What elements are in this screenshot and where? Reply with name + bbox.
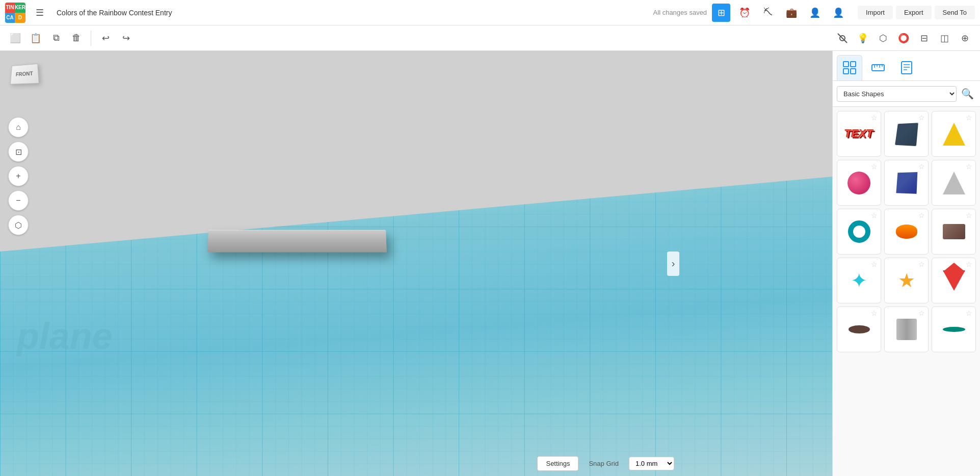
fit-view-button[interactable]: ⊡ xyxy=(8,142,29,162)
3d-view-button[interactable]: ⬡ xyxy=(8,215,29,235)
svg-rect-5 xyxy=(851,62,856,67)
logo-ker: KER xyxy=(15,3,25,13)
shape-category-select[interactable]: Basic Shapes Letters Math Animals Featur… xyxy=(837,86,957,102)
3d-viewport[interactable]: FRONT plane xyxy=(0,51,832,476)
shape-cone[interactable]: ☆ xyxy=(932,160,976,206)
star-text3d[interactable]: ☆ xyxy=(871,114,878,122)
view-controls: ⌂ ⊡ + − ⬡ xyxy=(5,112,32,240)
shape-box-brown[interactable]: ☆ xyxy=(932,209,976,255)
zoom-in-button[interactable]: + xyxy=(8,166,29,186)
home-view-button[interactable]: ⌂ xyxy=(8,117,29,137)
shape-button[interactable]: ⬡ xyxy=(874,29,892,47)
list-view-button[interactable]: ☰ xyxy=(31,4,49,22)
shapes-grid: ☆ TEXT ☆ ☆ xyxy=(833,107,980,476)
workplane-surface xyxy=(0,102,832,476)
shape-preview-star-gold: ★ xyxy=(891,265,922,296)
timer-button[interactable]: ⏰ xyxy=(735,4,754,22)
add-person-button[interactable]: 👤 xyxy=(806,4,824,22)
star-torus-brown[interactable]: ☆ xyxy=(871,309,878,317)
grid-view-button[interactable]: ⊞ xyxy=(712,4,730,22)
undo-button[interactable]: ↩ xyxy=(96,29,115,47)
star-star-gold[interactable]: ☆ xyxy=(918,260,925,268)
star-star-teal[interactable]: ☆ xyxy=(871,260,878,268)
profile-button[interactable]: 👤 xyxy=(829,4,847,22)
tab-notes[interactable] xyxy=(894,55,919,80)
new-workplane-button[interactable]: ⬜ xyxy=(6,29,24,47)
view-cube[interactable]: FRONT xyxy=(10,56,48,97)
shape-preview-torus xyxy=(844,216,875,247)
shape-sphere[interactable]: ☆ xyxy=(837,160,881,206)
shape-cylinder-orange[interactable]: ☆ xyxy=(884,209,929,255)
align-button[interactable]: ⊟ xyxy=(915,29,933,47)
tab-shapes[interactable] xyxy=(837,55,862,80)
logo-ca: CA xyxy=(5,13,15,23)
svg-line-1 xyxy=(838,34,847,43)
delete-button[interactable]: 🗑 xyxy=(67,29,86,47)
front-face: FRONT xyxy=(10,64,39,85)
snap-grid-select[interactable]: 1.0 mm 0.1 mm 0.5 mm 2.0 mm 5.0 mm 10.0 … xyxy=(629,457,674,470)
star-cone[interactable]: ☆ xyxy=(966,162,972,171)
suitcase-button[interactable]: 💼 xyxy=(782,4,801,22)
sendto-button[interactable]: Send To xyxy=(935,6,975,19)
logo-tin: TIN xyxy=(5,3,15,13)
star-cube-blue[interactable]: ☆ xyxy=(918,162,925,171)
shape-preview-star-teal: ✦ xyxy=(844,265,875,296)
export-button[interactable]: Export xyxy=(896,6,932,19)
home-icon: ⌂ xyxy=(16,123,21,132)
star-box-dark[interactable]: ☆ xyxy=(918,114,925,122)
measure-button[interactable]: ⊕ xyxy=(956,29,974,47)
copy-button[interactable]: 📋 xyxy=(27,29,45,47)
mirror-button[interactable]: ◫ xyxy=(935,29,953,47)
ruler-tab-icon xyxy=(871,61,885,75)
shape-torus-brown[interactable]: ☆ xyxy=(837,306,881,352)
import-button[interactable]: Import xyxy=(858,6,893,19)
shape-search-button[interactable]: 🔍 xyxy=(959,85,976,102)
shapes-row-2: ☆ ☆ ☆ xyxy=(837,160,976,206)
platform-object[interactable] xyxy=(207,230,387,252)
circle-button[interactable]: ⭕ xyxy=(894,29,913,47)
shape-star-teal[interactable]: ☆ ✦ xyxy=(837,258,881,303)
hide-show-button[interactable] xyxy=(833,29,852,47)
redo-button[interactable]: ↪ xyxy=(117,29,135,47)
right-panel: Basic Shapes Letters Math Animals Featur… xyxy=(832,51,980,476)
cube-icon: ⬡ xyxy=(15,220,22,230)
star-torus-teal[interactable]: ☆ xyxy=(966,309,972,317)
minus-icon: − xyxy=(16,196,20,205)
shape-star-gold[interactable]: ☆ ★ xyxy=(884,258,929,303)
shape-torus-teal[interactable]: ☆ xyxy=(932,306,976,352)
light-bulb-button[interactable]: 💡 xyxy=(854,29,872,47)
settings-button[interactable]: Settings xyxy=(537,456,578,471)
grid-lines xyxy=(0,102,832,476)
shapes-row-1: ☆ TEXT ☆ ☆ xyxy=(837,111,976,157)
panel-tabs xyxy=(833,51,980,81)
svg-rect-3 xyxy=(0,102,832,476)
tinkercad-logo[interactable]: TIN KER CA D xyxy=(5,3,25,23)
shape-text3d[interactable]: ☆ TEXT xyxy=(837,111,881,157)
shape-pyramid[interactable]: ☆ xyxy=(932,111,976,157)
zoom-out-button[interactable]: − xyxy=(8,190,29,211)
logo-d: D xyxy=(15,13,25,23)
svg-rect-13 xyxy=(902,62,912,74)
shape-box-dark[interactable]: ☆ xyxy=(884,111,929,157)
star-torus[interactable]: ☆ xyxy=(871,211,878,219)
tab-ruler[interactable] xyxy=(865,55,891,80)
star-box-brown[interactable]: ☆ xyxy=(966,211,972,219)
star-cylinder-orange[interactable]: ☆ xyxy=(918,211,925,219)
project-title: Colors of the Rainbow Contest Entry xyxy=(57,9,172,17)
star-sphere[interactable]: ☆ xyxy=(871,162,878,171)
pickaxe-button[interactable]: ⛏ xyxy=(759,4,777,22)
top-bar: TIN KER CA D ☰ Colors of the Rainbow Con… xyxy=(0,0,980,25)
star-cylinder-gray[interactable]: ☆ xyxy=(918,309,925,317)
shape-gem[interactable]: ☆ xyxy=(932,258,976,303)
shape-torus[interactable]: ☆ xyxy=(837,209,881,255)
panel-toggle-button[interactable]: › xyxy=(667,251,679,276)
duplicate-button[interactable]: ⧉ xyxy=(47,29,65,47)
redo-icon: ↪ xyxy=(122,33,130,44)
duplicate-icon: ⧉ xyxy=(53,33,60,43)
shape-preview-torus-teal xyxy=(939,314,969,345)
shape-cube-blue[interactable]: ☆ xyxy=(884,160,929,206)
new-icon: ⬜ xyxy=(10,33,21,44)
star-gem[interactable]: ☆ xyxy=(966,260,972,268)
star-pyramid[interactable]: ☆ xyxy=(966,114,972,122)
shape-cylinder-gray[interactable]: ☆ xyxy=(884,306,929,352)
